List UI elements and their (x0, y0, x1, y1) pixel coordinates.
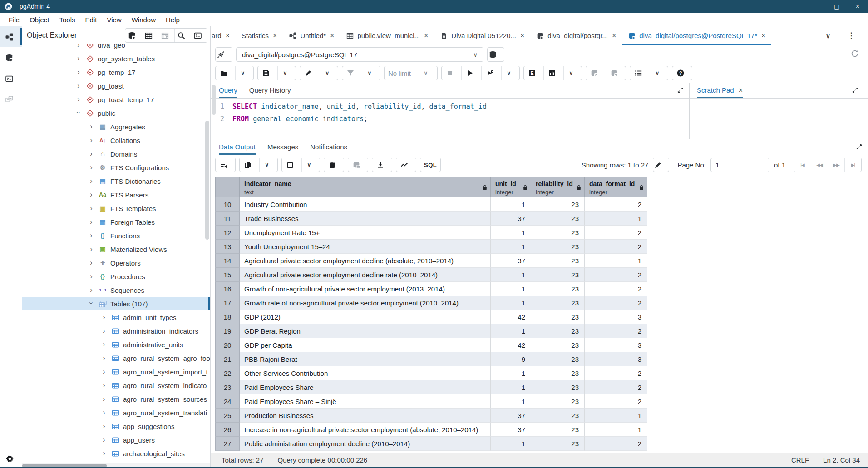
delete-rows-button[interactable] (324, 158, 344, 172)
tree-item-diva-geo[interactable]: ›diva_geo (22, 44, 210, 52)
code-line[interactable]: 1SELECT indicator_name, unit_id, reliabi… (211, 101, 689, 113)
tree-item-ogr-system-tables[interactable]: ›ogr_system_tables (22, 52, 210, 65)
download-results-button[interactable] (372, 158, 392, 172)
scratch-pad-content[interactable] (690, 99, 868, 139)
data-cell[interactable]: 23 (531, 352, 585, 366)
row-number-cell[interactable]: 13 (215, 240, 240, 254)
expand-chevron-icon[interactable]: › (75, 82, 82, 90)
save-file-button[interactable] (258, 66, 277, 80)
tree-item-app-users[interactable]: ›app_users (22, 433, 210, 447)
edit-menu-button[interactable]: ∨ (320, 66, 338, 80)
paste-menu-button[interactable]: ∨ (301, 158, 320, 172)
tab-data-output[interactable]: Data Output (219, 139, 256, 155)
data-cell[interactable]: 23 (531, 296, 585, 310)
tree-item-domains[interactable]: ›⌂Domains (22, 147, 210, 161)
activity-psql-tool[interactable] (0, 68, 22, 89)
tree-item-tables-107[interactable]: ›Tables (107) (22, 297, 210, 310)
data-cell[interactable]: GDP Berat Region (240, 324, 491, 338)
connection-status-button[interactable] (215, 47, 232, 62)
data-cell[interactable]: Agricultural private sector employment d… (240, 268, 491, 282)
expand-chevron-icon[interactable]: › (75, 95, 82, 103)
data-cell[interactable]: Growth rate of non-agricultural private … (240, 296, 491, 310)
code-line[interactable]: 2FROM general_economic_indicators; (211, 113, 689, 125)
close-icon[interactable]: × (330, 32, 334, 40)
expand-chevron-icon[interactable]: › (75, 68, 82, 76)
tree-item-agro-rural-system-sources[interactable]: ›agro_rural_system_sources (22, 392, 210, 406)
row-number-cell[interactable]: 15 (215, 268, 240, 282)
data-cell[interactable]: 1 (491, 197, 531, 212)
activity-query-tool[interactable] (0, 47, 22, 68)
panel-scrollbar-handle[interactable] (212, 85, 216, 115)
menu-window[interactable]: Window (127, 13, 161, 26)
data-cell[interactable]: 1 (491, 226, 531, 240)
close-icon[interactable]: × (520, 32, 524, 40)
add-row-button[interactable] (216, 158, 235, 172)
row-number-cell[interactable]: 11 (215, 212, 240, 226)
expand-chevron-icon[interactable]: › (88, 218, 95, 226)
cancel-query-button[interactable] (442, 66, 461, 80)
tree-item-administration-indicators[interactable]: ›administration_indicators (22, 324, 210, 338)
close-icon[interactable]: × (424, 32, 428, 40)
expand-chevron-icon[interactable]: › (88, 177, 95, 185)
maximize-button[interactable]: ▢ (826, 0, 847, 13)
expand-chevron-icon[interactable]: › (88, 150, 95, 158)
open-file-menu-button[interactable]: ∨ (235, 66, 253, 80)
data-cell[interactable]: 1 (585, 423, 647, 437)
data-cell[interactable]: Growth of non-agricultural private secto… (240, 282, 491, 296)
copy-rows-button[interactable] (240, 158, 259, 172)
data-cell[interactable]: 23 (531, 268, 585, 282)
row-number-cell[interactable]: 21 (215, 352, 240, 366)
expand-chevron-icon[interactable]: › (100, 327, 108, 335)
filtered-rows-button[interactable] (158, 29, 174, 42)
data-cell[interactable]: 23 (531, 310, 585, 324)
first-page-button[interactable]: |◀ (794, 158, 811, 172)
expand-chevron-icon[interactable]: › (100, 381, 108, 389)
tab-query-history[interactable]: Query History (249, 83, 291, 98)
row-number-cell[interactable]: 17 (215, 296, 240, 310)
save-data-changes-button[interactable] (348, 158, 368, 172)
tree-item-fts-parsers[interactable]: ›AaFTS Parsers (22, 188, 210, 202)
menu-view[interactable]: View (102, 13, 126, 26)
data-cell[interactable]: Unemployment Rate 15+ (240, 226, 491, 240)
refresh-layout-icon[interactable] (850, 49, 863, 59)
data-cell[interactable]: 42 (491, 338, 531, 352)
expand-icon[interactable] (677, 87, 684, 94)
tree-item-functions[interactable]: ›{}Functions (22, 229, 210, 242)
data-cell[interactable]: 23 (531, 338, 585, 352)
data-cell[interactable]: 1 (491, 380, 531, 394)
data-cell[interactable]: 2 (585, 282, 647, 296)
search-objects-button[interactable] (174, 29, 191, 42)
tree-vertical-scrollbar[interactable] (205, 121, 209, 240)
expand-icon[interactable] (856, 143, 863, 150)
rollback-button[interactable] (606, 66, 626, 80)
explain-button[interactable]: E (524, 66, 543, 80)
row-number-cell[interactable]: 20 (215, 338, 240, 352)
data-cell[interactable]: Paid Employees Share – Sinjë (240, 394, 491, 409)
column-header-unit-id[interactable]: unit_idinteger (491, 177, 531, 197)
explain-analyze-button[interactable] (543, 66, 563, 80)
tree-item-agro-rural-system-indicato[interactable]: ›agro_rural_system_indicato (22, 379, 210, 392)
tab-untitled[interactable]: Untitled*× (283, 26, 340, 45)
data-cell[interactable]: 23 (531, 380, 585, 394)
data-cell[interactable]: 23 (531, 282, 585, 296)
data-cell[interactable]: 1 (491, 296, 531, 310)
menu-file[interactable]: File (4, 13, 25, 26)
data-cell[interactable]: 1 (585, 212, 647, 226)
expand-chevron-icon[interactable]: › (100, 340, 108, 349)
row-number-cell[interactable]: 18 (215, 310, 240, 324)
tree-item-fts-dictionaries[interactable]: ›▤FTS Dictionaries (22, 174, 210, 188)
data-cell[interactable]: 2 (585, 268, 647, 282)
graph-visualiser-button[interactable] (396, 158, 416, 172)
expand-chevron-icon[interactable]: › (88, 232, 95, 240)
data-cell[interactable]: Production Businesses (240, 409, 491, 423)
data-cell[interactable]: Other Services Contribution (240, 366, 491, 380)
data-cell[interactable]: 2 (585, 324, 647, 338)
tree-item-app-suggestions[interactable]: ›app_suggestions (22, 419, 210, 433)
expand-chevron-icon[interactable]: › (88, 286, 95, 294)
expand-chevron-icon[interactable]: › (100, 409, 108, 417)
data-cell[interactable]: 2 (585, 437, 647, 451)
data-cell[interactable]: GDP per Capita (240, 338, 491, 352)
data-cell[interactable]: 23 (531, 423, 585, 437)
help-button[interactable]: ? (672, 66, 692, 80)
data-cell[interactable]: Industry Contribution (240, 197, 491, 212)
